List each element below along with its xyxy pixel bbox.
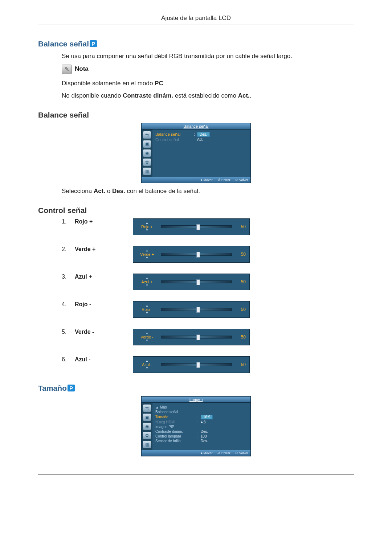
slider-value: 50 <box>236 335 246 340</box>
osd-row[interactable]: Imagen PIP <box>155 424 248 429</box>
osd-row[interactable]: Tamaño: 16:9 <box>155 414 248 420</box>
slider-track[interactable] <box>161 253 232 256</box>
section1-intro: Se usa para componer una señal débil RGB… <box>62 52 354 61</box>
osd-row[interactable]: Control lámpara: 100 <box>155 434 248 439</box>
input-icon[interactable]: ⇆ <box>143 405 151 412</box>
osd-sidebar: ⇆ ▣ ◉ ✿ ▥ <box>142 403 152 450</box>
slider-panel: ▲Azul +▼50 <box>133 274 250 290</box>
section-balance-senal-1: Balance señalP <box>38 40 354 48</box>
slider-thumb[interactable] <box>196 279 200 285</box>
section-control-senal: Control señal <box>38 206 354 215</box>
osd-row-value: Des. <box>197 132 210 137</box>
footer-move: ♦ Mover <box>201 178 212 182</box>
osd-row-more[interactable]: ▲ Más <box>155 405 248 410</box>
osd-row[interactable]: Balance señal <box>155 410 248 414</box>
section-tamano: TamañoP <box>38 384 354 393</box>
osd-row-label: Imagen PIP <box>155 425 195 429</box>
slider-value: 50 <box>236 307 246 312</box>
osd-row[interactable]: Sensor de brillo: Des. <box>155 439 248 443</box>
osd-row-value: Des. <box>201 439 208 443</box>
picture-icon[interactable]: ▣ <box>143 140 151 148</box>
slider-track[interactable] <box>161 225 232 228</box>
osd-row-label: Tamaño <box>155 415 195 419</box>
osd-row-label: Balance señal <box>155 132 192 136</box>
osd-sidebar: ⇆ ▣ ◉ ✿ ▥ <box>142 130 152 177</box>
footer-back: ↺ Volver <box>235 178 248 182</box>
list-label: Verde - <box>75 329 133 335</box>
osd-row-label: Contraste dinám. <box>155 430 195 434</box>
osd-imagen: Imagen ⇆ ▣ ◉ ✿ ▥ ▲ Más Balance señalTama… <box>141 396 251 456</box>
list-number: 1. <box>62 218 75 225</box>
control-senal-row: 4.Rojo -▲Rojo -▼50 <box>62 301 354 318</box>
slider-panel: ▲Verde -▼50 <box>133 329 250 345</box>
slider-thumb[interactable] <box>196 362 200 368</box>
osd-row-control-senal[interactable]: Control señal : Act. <box>155 137 248 142</box>
note-text-1: Disponible solamente en el modo PC <box>62 79 354 88</box>
slider-track[interactable] <box>161 336 232 338</box>
footer-back: ↺ Volver <box>235 451 248 455</box>
multi-icon[interactable]: ▥ <box>143 168 151 175</box>
sound-icon[interactable]: ◉ <box>143 149 151 157</box>
section-title: Tamaño <box>38 384 67 392</box>
osd-row[interactable]: N.neg HDMI: 4:3 <box>155 420 248 424</box>
osd-footer: ♦ Mover ⏎ Entrar ↺ Volver <box>142 450 250 456</box>
sound-icon[interactable]: ◉ <box>143 423 151 430</box>
settings-icon[interactable]: ✿ <box>143 432 151 439</box>
settings-icon[interactable]: ✿ <box>143 159 151 166</box>
slider-label: ▲Rojo +▼ <box>137 222 157 232</box>
osd-row-value: Des. <box>201 430 208 434</box>
list-number: 5. <box>62 329 75 335</box>
osd-row-value: Act. <box>197 138 203 141</box>
osd-row-value: 4:3 <box>201 420 206 424</box>
footer-enter: ⏎ Entrar <box>217 451 230 455</box>
osd-footer: ♦ Mover ⏎ Entrar ↺ Volver <box>142 177 250 183</box>
slider-thumb[interactable] <box>196 224 200 230</box>
page-header: Ajuste de la pantalla LCD <box>38 15 354 25</box>
osd-row-label: Sensor de brillo <box>155 439 195 443</box>
slider-value: 50 <box>236 224 246 229</box>
list-label: Rojo - <box>75 301 133 308</box>
input-icon[interactable]: ⇆ <box>143 131 151 139</box>
list-number: 4. <box>62 301 75 308</box>
control-senal-row: 3.Azul +▲Azul +▼50 <box>62 274 354 290</box>
footer-move: ♦ Mover <box>201 451 212 455</box>
p-badge-icon: P <box>68 385 75 391</box>
osd-row-label: Control señal <box>155 138 192 142</box>
slider-track[interactable] <box>161 280 232 283</box>
p-badge-icon: P <box>90 40 97 47</box>
slider-thumb[interactable] <box>196 252 200 258</box>
control-senal-row: 2.Verde +▲Verde +▼50 <box>62 246 354 263</box>
footer-enter: ⏎ Entrar <box>217 178 230 182</box>
slider-track[interactable] <box>161 363 232 366</box>
slider-panel: ▲Rojo -▼50 <box>133 301 250 318</box>
osd-row-label: Control lámpara <box>155 434 195 438</box>
slider-label: ▲Verde -▼ <box>137 332 157 342</box>
slider-thumb[interactable] <box>196 335 200 340</box>
slider-label: ▲Azul -▼ <box>137 360 157 370</box>
osd-title: Imagen <box>142 397 250 403</box>
slider-label: ▲Azul +▼ <box>137 277 157 287</box>
list-label: Azul + <box>75 274 133 280</box>
section2-caption: Selecciona Act. o Des. con el balance de… <box>62 187 354 196</box>
osd-row-balance-senal[interactable]: Balance señal : Des. <box>155 132 248 137</box>
picture-icon[interactable]: ▣ <box>143 414 151 421</box>
slider-panel: ▲Rojo +▼50 <box>133 218 250 235</box>
note-label: Nota <box>75 65 89 74</box>
multi-icon[interactable]: ▥ <box>143 441 151 448</box>
section-balance-senal-2: Balance señal <box>38 111 354 119</box>
list-label: Azul - <box>75 356 133 363</box>
list-label: Verde + <box>75 246 133 253</box>
note-text-2: No disponible cuando Contraste dinám. es… <box>62 91 354 100</box>
osd-row-label: Balance señal <box>155 410 195 414</box>
control-senal-row: 6.Azul -▲Azul -▼50 <box>62 356 354 373</box>
osd-balance-senal: Balance señal ⇆ ▣ ◉ ✿ ▥ Balance señal : … <box>141 123 251 183</box>
list-number: 2. <box>62 246 75 253</box>
slider-track[interactable] <box>161 308 232 311</box>
osd-row[interactable]: Contraste dinám.: Des. <box>155 429 248 434</box>
control-senal-row: 5.Verde -▲Verde -▼50 <box>62 329 354 345</box>
slider-value: 50 <box>236 279 246 284</box>
slider-value: 50 <box>236 362 246 367</box>
slider-thumb[interactable] <box>196 307 200 313</box>
slider-panel: ▲Azul -▼50 <box>133 356 250 373</box>
section-title: Balance señal <box>38 40 89 48</box>
